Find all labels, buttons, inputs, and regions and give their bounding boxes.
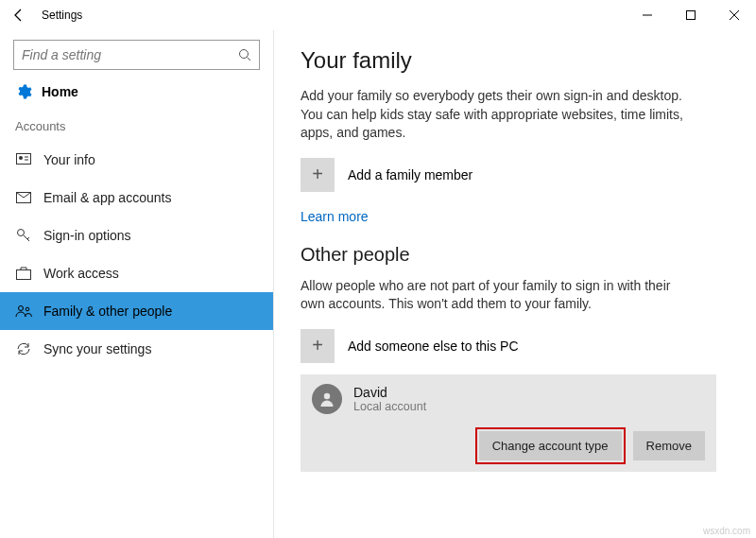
user-card[interactable]: David Local account Change account type … [301, 374, 716, 472]
add-other-user[interactable]: + Add someone else to this PC [301, 329, 730, 363]
add-other-label: Add someone else to this PC [348, 338, 519, 354]
briefcase-icon [15, 267, 32, 280]
other-people-description: Allow people who are not part of your fa… [301, 277, 697, 314]
main-panel: Your family Add your family so everybody… [274, 30, 756, 538]
minimize-button[interactable] [626, 0, 669, 30]
user-info: David Local account [353, 385, 426, 413]
sidebar-item-email-accounts[interactable]: Email & app accounts [0, 179, 273, 217]
remove-user-button[interactable]: Remove [633, 431, 705, 460]
add-family-label: Add a family member [348, 167, 472, 182]
svg-point-2 [240, 50, 249, 59]
people-icon [15, 304, 32, 318]
svg-line-11 [27, 237, 29, 239]
search-box[interactable] [13, 40, 260, 70]
sidebar-item-work-access[interactable]: Work access [0, 254, 273, 292]
key-icon [15, 228, 32, 243]
maximize-button[interactable] [669, 0, 713, 30]
window-title: Settings [38, 9, 626, 22]
family-heading: Your family [301, 47, 730, 74]
user-account-type: Local account [353, 400, 426, 413]
search-icon [238, 48, 251, 61]
svg-point-9 [18, 230, 25, 236]
sidebar-item-label: Your info [43, 152, 95, 167]
other-people-heading: Other people [301, 244, 730, 266]
sidebar-section-label: Accounts [0, 115, 273, 141]
sidebar-item-your-info[interactable]: Your info [0, 141, 273, 179]
svg-rect-12 [17, 270, 31, 280]
plus-icon: + [301, 158, 335, 192]
watermark: wsxdn.com [703, 526, 750, 536]
svg-point-14 [26, 307, 29, 311]
sidebar-item-label: Email & app accounts [43, 190, 171, 205]
svg-point-15 [324, 393, 330, 399]
close-icon [730, 10, 739, 20]
learn-more-link[interactable]: Learn more [301, 209, 369, 224]
avatar [312, 384, 342, 414]
close-button[interactable] [713, 0, 756, 30]
svg-line-3 [248, 58, 251, 61]
gear-icon [15, 83, 32, 100]
user-actions: Change account type Remove [312, 431, 705, 460]
sidebar-item-label: Family & other people [43, 304, 172, 319]
svg-rect-1 [687, 11, 696, 20]
person-icon [318, 390, 335, 408]
sidebar-item-label: Sync your settings [43, 341, 151, 356]
svg-point-5 [19, 156, 23, 160]
family-description: Add your family so everybody gets their … [301, 87, 697, 143]
mail-icon [15, 192, 32, 203]
sync-icon [15, 341, 32, 356]
svg-point-13 [19, 306, 24, 311]
home-label: Home [42, 84, 78, 99]
user-name: David [353, 385, 426, 400]
sidebar-item-signin-options[interactable]: Sign-in options [0, 217, 273, 254]
search-container [0, 30, 273, 78]
user-row: David Local account [312, 384, 705, 414]
sidebar: Home Accounts Your info Email & app acco… [0, 30, 274, 538]
sidebar-item-family-people[interactable]: Family & other people [0, 292, 273, 330]
change-account-type-button[interactable]: Change account type [479, 431, 622, 460]
minimize-icon [643, 10, 652, 20]
plus-icon: + [301, 329, 335, 363]
window-controls [626, 0, 756, 30]
title-bar: Settings [0, 0, 756, 30]
search-input[interactable] [22, 47, 238, 62]
add-family-member[interactable]: + Add a family member [301, 158, 730, 192]
content-area: Home Accounts Your info Email & app acco… [0, 30, 756, 538]
arrow-left-icon [11, 8, 26, 23]
person-card-icon [15, 153, 32, 166]
home-nav[interactable]: Home [0, 78, 273, 115]
sidebar-item-label: Work access [43, 266, 119, 281]
sidebar-item-label: Sign-in options [43, 228, 131, 243]
sidebar-item-sync-settings[interactable]: Sync your settings [0, 330, 273, 368]
maximize-icon [686, 10, 696, 20]
sidebar-nav: Your info Email & app accounts Sign-in o… [0, 141, 273, 368]
back-button[interactable] [0, 8, 38, 23]
svg-rect-4 [17, 154, 31, 165]
